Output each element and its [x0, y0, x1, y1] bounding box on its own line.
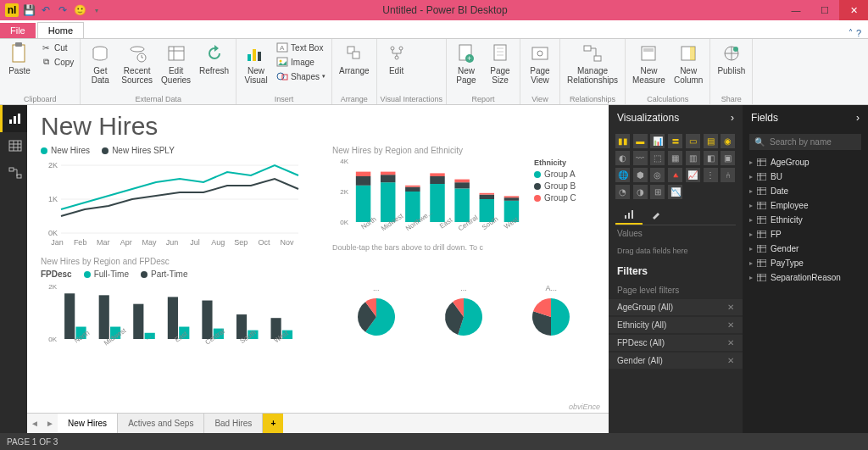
viz-type-24[interactable]: 📉: [668, 185, 682, 199]
viz-type-21[interactable]: ◔: [615, 185, 630, 199]
recent-sources-button[interactable]: Recent Sources: [118, 41, 156, 86]
new-measure-button[interactable]: New Measure: [629, 41, 669, 86]
file-menu[interactable]: File: [0, 23, 36, 38]
viz-type-4[interactable]: ▭: [686, 134, 700, 148]
pie-visuals[interactable]: ... ... A...: [332, 257, 595, 357]
grouped-bar-visual[interactable]: New Hires by Region and FPDesc FPDesc Fu…: [41, 257, 303, 357]
smiley-icon[interactable]: 🙂: [73, 3, 86, 17]
viz-type-12[interactable]: ◧: [704, 151, 718, 165]
edit-queries-button[interactable]: Edit Queries: [158, 41, 194, 86]
svg-text:0K: 0K: [340, 219, 348, 225]
refresh-button[interactable]: Refresh: [196, 41, 232, 77]
undo-icon[interactable]: ↶: [39, 3, 53, 17]
viz-type-9[interactable]: ⬚: [650, 151, 665, 165]
data-view-button[interactable]: [0, 132, 27, 159]
filter-gender[interactable]: Gender (All)✕: [609, 353, 743, 369]
viz-type-6[interactable]: ◉: [721, 134, 735, 148]
viz-type-14[interactable]: 🌐: [615, 168, 630, 182]
collapse-ribbon-icon[interactable]: ˄: [849, 28, 853, 38]
copy-button[interactable]: ⧉Copy: [37, 55, 76, 69]
tab-actives-seps[interactable]: Actives and Seps: [118, 414, 204, 433]
viz-type-11[interactable]: ▥: [686, 151, 700, 165]
remove-filter-icon[interactable]: ✕: [727, 303, 734, 312]
viz-type-2[interactable]: 📊: [650, 134, 665, 148]
remove-filter-icon[interactable]: ✕: [727, 338, 734, 347]
remove-filter-icon[interactable]: ✕: [727, 356, 734, 365]
cut-button[interactable]: ✂Cut: [37, 41, 76, 54]
field-ethnicity[interactable]: ▸Ethnicity: [743, 213, 868, 227]
viz-type-18[interactable]: 📈: [686, 168, 700, 182]
filter-agegroup[interactable]: AgeGroup (All)✕: [609, 299, 743, 315]
viz-type-13[interactable]: ▣: [721, 151, 735, 165]
viz-type-0[interactable]: ▮▮: [615, 134, 630, 148]
stacked-bar-visual[interactable]: New Hires by Region and Ethnicity 0K2K4K…: [332, 146, 595, 252]
collapse-fields-icon[interactable]: ›: [856, 112, 860, 124]
field-agegroup[interactable]: ▸AgeGroup: [743, 155, 868, 169]
page-size-button[interactable]: Page Size: [484, 41, 516, 86]
save-icon[interactable]: 💾: [22, 3, 36, 17]
field-separationreason[interactable]: ▸SeparationReason: [743, 270, 868, 285]
viz-type-5[interactable]: ▤: [704, 134, 718, 148]
viz-type-15[interactable]: ⬢: [633, 168, 648, 182]
close-button[interactable]: ✕: [839, 0, 868, 20]
ribbon: Paste ✂Cut ⧉Copy Clipboard Get Data Rece…: [0, 39, 868, 105]
viz-type-19[interactable]: ⋮: [704, 168, 718, 182]
page-view-button[interactable]: Page View: [524, 41, 556, 86]
viz-type-8[interactable]: 〰: [633, 151, 648, 165]
field-date[interactable]: ▸Date: [743, 184, 868, 198]
field-employee[interactable]: ▸Employee: [743, 198, 868, 213]
image-button[interactable]: Image: [274, 55, 328, 69]
paste-button[interactable]: Paste: [3, 41, 36, 77]
new-column-button[interactable]: New Column: [670, 41, 706, 86]
dark-dot-icon: [102, 147, 108, 154]
prev-page-icon[interactable]: ◄: [27, 414, 42, 433]
filter-fpdesc[interactable]: FPDesc (All)✕: [609, 335, 743, 351]
manage-relationships-button[interactable]: Manage Relationships: [564, 41, 621, 86]
format-tab[interactable]: [643, 206, 670, 225]
viz-type-23[interactable]: ⊞: [650, 185, 665, 199]
textbox-button[interactable]: AText Box: [274, 41, 328, 54]
add-page-button[interactable]: +: [263, 414, 283, 433]
field-bu[interactable]: ▸BU: [743, 169, 868, 184]
next-page-icon[interactable]: ►: [42, 414, 58, 433]
model-view-button[interactable]: [0, 159, 27, 186]
viz-type-7[interactable]: ◐: [615, 151, 630, 165]
status-bar: PAGE 1 OF 3: [0, 433, 868, 450]
fields-tab[interactable]: [615, 206, 643, 225]
publish-button[interactable]: Publish: [714, 41, 748, 77]
tab-bad-hires[interactable]: Bad Hires: [204, 414, 263, 433]
field-paytype[interactable]: ▸PayType: [743, 256, 868, 270]
report-view-button[interactable]: [0, 105, 27, 132]
viz-type-20[interactable]: ⑃: [721, 168, 735, 182]
minimize-button[interactable]: —: [782, 0, 810, 20]
home-tab[interactable]: Home: [37, 22, 84, 38]
help-icon[interactable]: ?: [856, 28, 861, 38]
new-visual-button[interactable]: New Visual: [240, 41, 272, 86]
svg-rect-113: [757, 245, 766, 253]
tab-new-hires[interactable]: New Hires: [58, 414, 118, 433]
values-dropzone[interactable]: Drag data fields here: [609, 242, 743, 260]
field-gender[interactable]: ▸Gender: [743, 242, 868, 256]
viz-type-22[interactable]: ◑: [633, 185, 648, 199]
maximize-button[interactable]: ☐: [810, 0, 839, 20]
new-page-button[interactable]: +New Page: [450, 41, 482, 86]
viz-type-17[interactable]: 🔺: [668, 168, 682, 182]
arrange-button[interactable]: Arrange: [336, 41, 373, 77]
get-data-button[interactable]: Get Data: [84, 41, 116, 86]
svg-text:1K: 1K: [48, 195, 58, 203]
search-input[interactable]: 🔍Search by name: [749, 134, 861, 150]
qat-dropdown-icon[interactable]: ▾: [90, 3, 103, 17]
viz-type-10[interactable]: ▦: [668, 151, 682, 165]
redo-icon[interactable]: ↷: [56, 3, 70, 17]
field-fp[interactable]: ▸FP: [743, 227, 868, 242]
viz-type-1[interactable]: ▬: [633, 134, 648, 148]
line-chart-visual[interactable]: New Hires New Hires SPLY 0K1K2K JanFebMa…: [41, 146, 303, 252]
remove-filter-icon[interactable]: ✕: [727, 320, 734, 330]
viz-type-3[interactable]: 〓: [668, 134, 682, 148]
viz-type-16[interactable]: ◎: [650, 168, 665, 182]
svg-rect-95: [757, 158, 766, 166]
edit-interactions-button[interactable]: Edit: [381, 41, 413, 77]
collapse-viz-icon[interactable]: ›: [731, 112, 734, 124]
shapes-button[interactable]: Shapes ▾: [274, 69, 328, 83]
filter-ethnicity[interactable]: Ethnicity (All)✕: [609, 317, 743, 333]
